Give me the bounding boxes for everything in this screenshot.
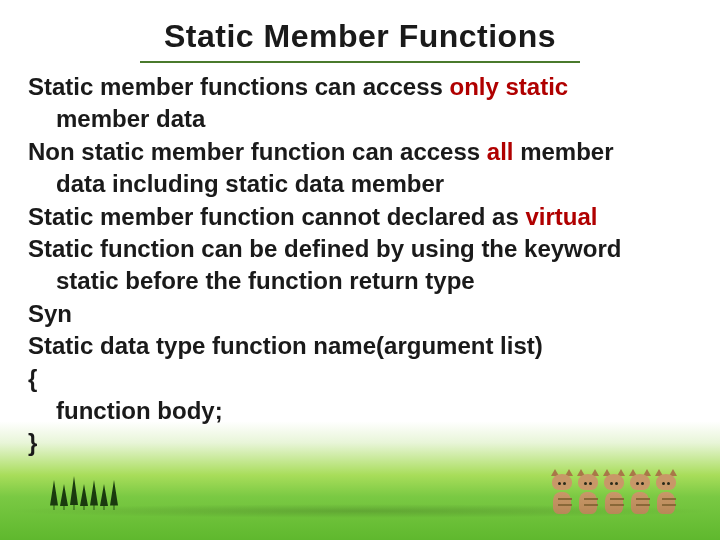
tree-icon xyxy=(90,480,98,510)
tree-icon xyxy=(50,480,58,510)
slide: Static Member Functions Static member fu… xyxy=(0,0,720,540)
tree-icon xyxy=(100,484,108,510)
highlight-all: all xyxy=(487,138,514,165)
line-4-cont: static before the function return type xyxy=(28,265,692,297)
slide-content: Static member functions can access only … xyxy=(28,71,692,460)
trees-decoration xyxy=(50,476,118,510)
tree-icon xyxy=(70,476,78,510)
line-1: Static member functions can access only … xyxy=(28,71,692,103)
highlight-virtual: virtual xyxy=(525,203,597,230)
cat-icon xyxy=(550,472,574,514)
cat-icon xyxy=(628,472,652,514)
cat-icon xyxy=(576,472,600,514)
line-4: Static function can be defined by using … xyxy=(28,233,692,265)
slide-title: Static Member Functions xyxy=(28,18,692,55)
tree-icon xyxy=(80,484,88,510)
line-3: Static member function cannot declared a… xyxy=(28,201,692,233)
line-9: } xyxy=(28,427,692,459)
cat-icon xyxy=(602,472,626,514)
cats-decoration xyxy=(550,472,678,514)
line-5: Syn xyxy=(28,298,692,330)
title-underline xyxy=(140,61,580,63)
line-6: Static data type function name(argument … xyxy=(28,330,692,362)
highlight-only-static: only static xyxy=(450,73,569,100)
tree-icon xyxy=(60,484,68,510)
line-1-cont: member data xyxy=(28,103,692,135)
line-8: function body; xyxy=(28,395,692,427)
tree-icon xyxy=(110,480,118,510)
line-7: { xyxy=(28,363,692,395)
line-2-cont: data including static data member xyxy=(28,168,692,200)
cat-icon xyxy=(654,472,678,514)
line-2: Non static member function can access al… xyxy=(28,136,692,168)
